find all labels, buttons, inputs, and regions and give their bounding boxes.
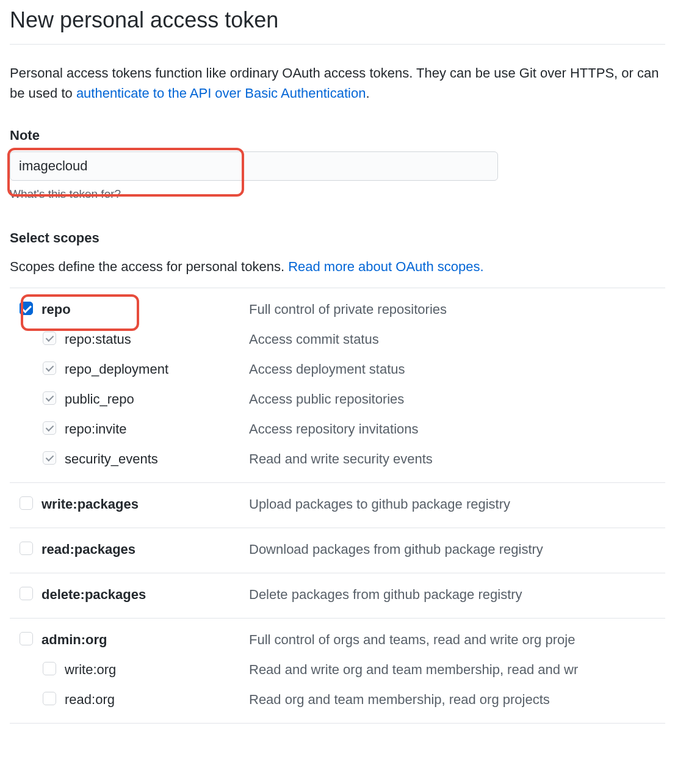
scope-group: repoFull control of private repositories… — [10, 288, 665, 483]
scopes-description: Scopes define the access for personal to… — [10, 256, 665, 277]
scope-row: admin:orgFull control of orgs and teams,… — [20, 627, 660, 655]
scope-description: Full control of private repositories — [249, 299, 447, 319]
auth-api-link[interactable]: authenticate to the API over Basic Authe… — [76, 85, 366, 101]
scope-name[interactable]: admin:org — [42, 630, 249, 650]
scopes-heading: Select scopes — [10, 228, 665, 248]
note-label: Note — [10, 125, 665, 145]
scope-name[interactable]: write:org — [65, 659, 249, 680]
scope-group: write:packagesUpload packages to github … — [10, 483, 665, 528]
scope-checkbox[interactable] — [20, 302, 33, 315]
scope-description: Delete packages from github package regi… — [249, 584, 522, 604]
scope-description: Read and write org and team membership, … — [249, 659, 578, 680]
scope-description: Upload packages to github package regist… — [249, 494, 510, 514]
page-title: New personal access token — [10, 4, 665, 45]
scope-checkbox[interactable] — [20, 632, 33, 645]
scope-child-row: repo:inviteAccess repository invitations — [20, 414, 660, 444]
scope-group: read:packagesDownload packages from gith… — [10, 528, 665, 573]
scopes-desc-text: Scopes define the access for personal to… — [10, 259, 288, 274]
scope-description: Access deployment status — [249, 359, 405, 379]
scope-child-row: write:orgRead and write org and team mem… — [20, 655, 660, 684]
scope-child-row: repo:statusAccess commit status — [20, 324, 660, 354]
note-input[interactable] — [10, 151, 498, 181]
scope-name[interactable]: write:packages — [42, 494, 249, 514]
scope-child-row: read:orgRead org and team membership, re… — [20, 684, 660, 714]
scope-checkbox[interactable] — [20, 542, 33, 555]
oauth-scopes-link[interactable]: Read more about OAuth scopes. — [288, 259, 483, 274]
scope-name[interactable]: repo_deployment — [65, 359, 249, 379]
scope-description: Access repository invitations — [249, 419, 419, 439]
scope-row: write:packagesUpload packages to github … — [20, 492, 660, 519]
scope-description: Download packages from github package re… — [249, 539, 543, 559]
scope-name[interactable]: repo:status — [65, 329, 249, 349]
scope-checkbox[interactable] — [43, 421, 56, 435]
scope-checkbox[interactable] — [43, 361, 56, 375]
scopes-table: repoFull control of private repositories… — [10, 288, 665, 724]
scope-description: Access commit status — [249, 329, 379, 349]
scope-checkbox[interactable] — [43, 332, 56, 345]
note-hint: What's this token for? — [10, 186, 665, 203]
scope-description: Access public repositories — [249, 389, 404, 409]
scope-child-row: security_eventsRead and write security e… — [20, 444, 660, 474]
scope-name[interactable]: repo — [42, 299, 249, 319]
scope-name[interactable]: read:packages — [42, 539, 249, 559]
scope-checkbox[interactable] — [43, 451, 56, 465]
scope-checkbox[interactable] — [20, 587, 33, 600]
scope-checkbox[interactable] — [20, 496, 33, 510]
scope-name[interactable]: security_events — [65, 449, 249, 469]
scope-description: Read and write security events — [249, 449, 433, 469]
scope-child-row: repo_deploymentAccess deployment status — [20, 354, 660, 384]
scope-description: Read org and team membership, read org p… — [249, 689, 550, 710]
scope-row: delete:packagesDelete packages from gith… — [20, 582, 660, 609]
scope-name[interactable]: read:org — [65, 689, 249, 710]
scope-checkbox[interactable] — [43, 692, 56, 705]
scope-name[interactable]: delete:packages — [42, 584, 249, 604]
scope-name[interactable]: public_repo — [65, 389, 249, 409]
scope-checkbox[interactable] — [43, 391, 56, 405]
scope-group: delete:packagesDelete packages from gith… — [10, 573, 665, 619]
scope-child-row: public_repoAccess public repositories — [20, 384, 660, 414]
scope-group: admin:orgFull control of orgs and teams,… — [10, 619, 665, 724]
scope-name[interactable]: repo:invite — [65, 419, 249, 439]
scope-row: read:packagesDownload packages from gith… — [20, 537, 660, 564]
description-suffix: . — [366, 85, 369, 101]
scope-checkbox[interactable] — [43, 662, 56, 675]
scope-description: Full control of orgs and teams, read and… — [249, 630, 575, 650]
scope-row: repoFull control of private repositories — [20, 297, 660, 324]
description-paragraph: Personal access tokens function like ord… — [10, 63, 665, 103]
